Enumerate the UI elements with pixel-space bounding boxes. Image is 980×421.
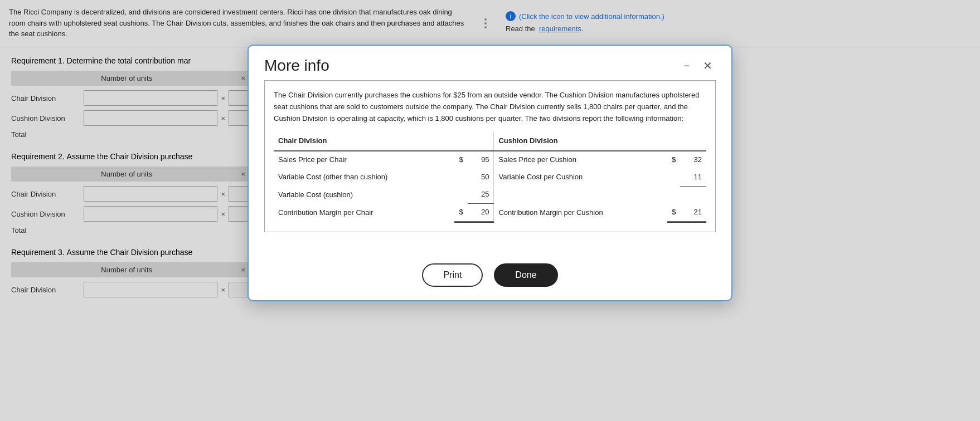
background-page: The Ricci Company is decentralized, and …	[0, 0, 980, 421]
modal-body: The Chair Division currently purchases t…	[249, 80, 731, 254]
col1-sym-header	[454, 132, 467, 151]
col1-label-3: Variable Cost (cushion)	[274, 186, 454, 203]
col2-label-3	[494, 186, 667, 203]
col1-val-2: 50	[468, 169, 494, 186]
table-row: Variable Cost (other than cushion) 50 Va…	[274, 169, 706, 186]
more-info-modal: More info − ✕ The Chair Division current…	[248, 45, 732, 301]
col2-sym-4: $	[667, 204, 680, 222]
col1-val-header	[468, 132, 494, 151]
col1-label-2: Variable Cost (other than cushion)	[274, 169, 454, 186]
col1-sym-2	[454, 169, 467, 186]
done-button[interactable]: Done	[494, 263, 557, 287]
col2-label-1: Sales Price per Cushion	[494, 151, 667, 169]
close-button[interactable]: ✕	[700, 58, 716, 74]
table-row: Variable Cost (cushion) 25	[274, 186, 706, 203]
col1-val-1: 95	[468, 151, 494, 169]
col2-label-2: Variable Cost per Cushion	[494, 169, 667, 186]
table-row: Sales Price per Chair $ 95 Sales Price p…	[274, 151, 706, 169]
info-table: Chair Division Cushion Division Sales Pr…	[274, 132, 706, 222]
col2-sym-2	[667, 169, 680, 186]
modal-footer: Print Done	[249, 254, 731, 300]
col1-label-4: Contribution Margin per Chair	[274, 204, 454, 222]
col1-header: Chair Division	[274, 132, 454, 151]
col2-sym-3	[667, 186, 680, 203]
modal-controls: − ✕	[680, 58, 716, 74]
col2-val-3	[680, 186, 706, 203]
col1-val-3: 25	[468, 186, 494, 203]
minimize-button[interactable]: −	[680, 60, 693, 72]
col2-label-4: Contribution Margin per Cushion	[494, 204, 667, 222]
modal-overlay: More info − ✕ The Chair Division current…	[0, 0, 980, 421]
col1-label-1: Sales Price per Chair	[274, 151, 454, 169]
col1-sym-4: $	[454, 204, 467, 222]
col1-sym-1: $	[454, 151, 467, 169]
modal-header: More info − ✕	[249, 46, 731, 80]
col2-sym-1: $	[667, 151, 680, 169]
table-header-row: Chair Division Cushion Division	[274, 132, 706, 151]
modal-title: More info	[264, 57, 329, 75]
col2-val-1: 32	[680, 151, 706, 169]
info-box: The Chair Division currently purchases t…	[264, 80, 716, 232]
col2-val-4: 21	[680, 204, 706, 222]
print-button[interactable]: Print	[422, 263, 483, 287]
col1-val-4: 20	[468, 204, 494, 222]
table-row: Contribution Margin per Chair $ 20 Contr…	[274, 204, 706, 222]
col2-header: Cushion Division	[494, 132, 706, 151]
col2-val-2: 11	[680, 169, 706, 186]
info-paragraph: The Chair Division currently purchases t…	[274, 90, 706, 124]
col1-sym-3	[454, 186, 467, 203]
